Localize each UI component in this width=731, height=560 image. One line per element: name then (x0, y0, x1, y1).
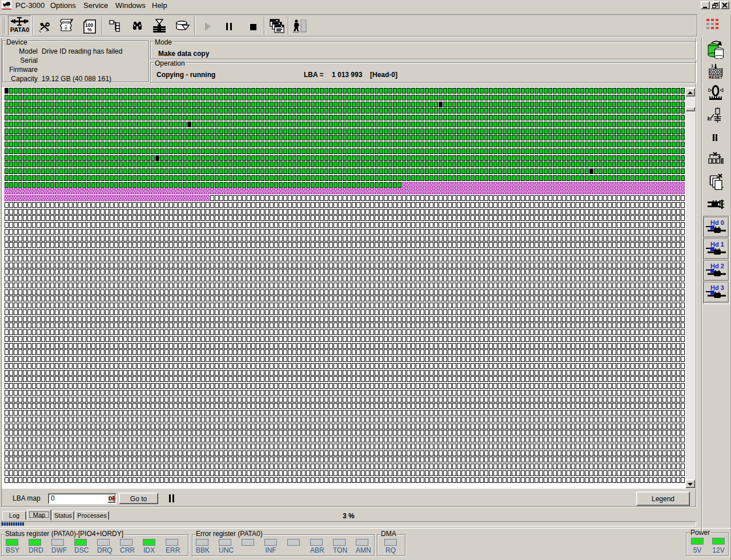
svg-text:RESET: RESET (709, 75, 723, 79)
svg-text:1: 1 (711, 63, 714, 69)
svg-text:%: % (87, 27, 92, 33)
